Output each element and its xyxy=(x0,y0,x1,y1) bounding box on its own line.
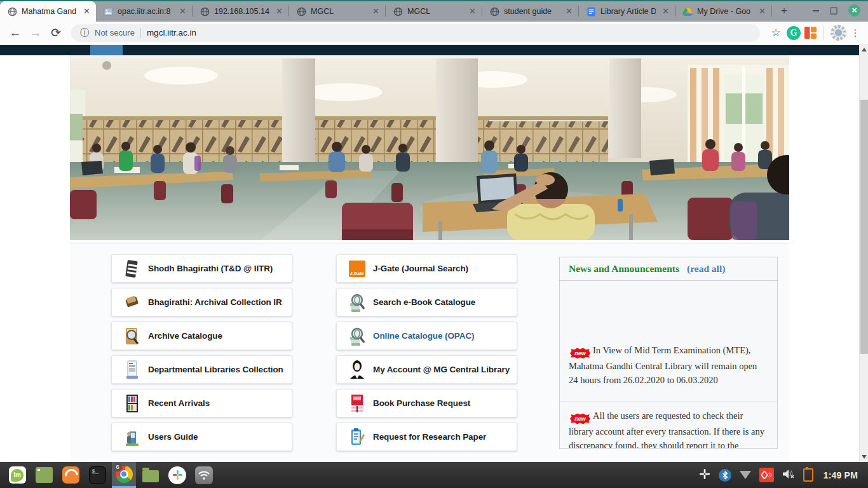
tab-close-icon[interactable]: ✕ xyxy=(467,6,478,17)
catalogue-search-icon xyxy=(123,326,140,346)
scrollbar-thumb[interactable] xyxy=(860,100,868,354)
tab-library-article[interactable]: Library Article D ✕ xyxy=(579,1,675,22)
globe-icon xyxy=(489,6,499,17)
grammarly-extension-icon[interactable]: G xyxy=(787,26,801,40)
tab-title: student guide xyxy=(504,7,559,16)
button-label: Bhagirathi: Archival Collection IR xyxy=(148,297,282,307)
button-jgate[interactable]: J-Gate J-Gate (Journal Search) xyxy=(336,254,517,283)
info-icon[interactable]: ⓘ xyxy=(80,27,89,39)
tab-close-icon[interactable]: ✕ xyxy=(81,6,92,17)
close-window-button[interactable]: ✕ xyxy=(848,4,860,17)
forward-button[interactable]: → xyxy=(27,24,44,42)
tab-close-icon[interactable]: ✕ xyxy=(660,6,671,17)
folder-icon xyxy=(142,470,159,482)
button-shodh-bhagirathi[interactable]: Shodh Bhagirathi (T&D @ IITR) xyxy=(111,254,292,283)
volume-muted-icon[interactable] xyxy=(782,469,795,482)
globe-icon xyxy=(296,6,306,17)
news-panel-header: News and Announcements (read all) xyxy=(560,257,777,281)
browser-tab-strip: Mahatma Gand ✕ opac.iitr.ac.in:8 ✕ 192.1… xyxy=(0,0,868,22)
button-label: My Account @ MG Central Library xyxy=(373,365,510,374)
network-settings-button[interactable] xyxy=(192,462,216,488)
tab-title: 192.168.105.14 xyxy=(214,7,269,16)
browser-menu-icon[interactable]: ⋮ xyxy=(849,31,862,35)
slack-tray-icon[interactable] xyxy=(699,468,710,482)
chrome-button-active[interactable]: 6 xyxy=(112,462,136,488)
anydesk-icon[interactable] xyxy=(759,468,774,482)
button-users-guide[interactable]: Users Guide xyxy=(111,423,292,451)
minimize-button[interactable] xyxy=(813,10,819,11)
tab-mgcl-2[interactable]: MGCL ✕ xyxy=(386,1,482,22)
restore-button[interactable] xyxy=(830,7,837,15)
tab-title: MGCL xyxy=(407,7,463,16)
tab-title: opac.iitr.ac.in:8 xyxy=(118,7,173,16)
news-text: All the users are requested to check the… xyxy=(569,410,764,448)
button-label: Departmental Libraries Collection xyxy=(148,365,283,374)
scroll-down-arrow[interactable] xyxy=(862,455,867,459)
firefox-button[interactable] xyxy=(58,462,83,488)
tab-opac[interactable]: opac.iitr.ac.in:8 ✕ xyxy=(96,1,192,22)
button-ebook-catalogue[interactable]: Search e-Book Catalogue xyxy=(336,288,517,316)
url-text: mgcl.iitr.ac.in xyxy=(147,28,196,37)
tab-mahatma-gandhi[interactable]: Mahatma Gand ✕ xyxy=(0,1,96,22)
window-icon xyxy=(36,467,53,483)
network-signal-icon[interactable] xyxy=(740,471,751,479)
url-separator xyxy=(140,28,141,38)
button-research-paper[interactable]: Request for Research Paper xyxy=(336,423,517,451)
news-text: In View of Mid Term Examination (MTE), M… xyxy=(569,345,757,385)
profile-avatar[interactable] xyxy=(831,25,846,41)
window-controls: ✕ xyxy=(813,4,868,22)
button-book-purchase[interactable]: Book Purchase Request xyxy=(336,389,517,417)
button-departmental-libraries[interactable]: Departmental Libraries Collection xyxy=(111,355,292,384)
image-placeholder-icon xyxy=(103,6,113,17)
guide-kiosk-icon xyxy=(123,427,140,447)
tab-title: MGCL xyxy=(311,7,366,16)
bookmark-star-icon[interactable]: ☆ xyxy=(768,26,784,39)
new-badge-icon: new xyxy=(570,414,590,424)
tab-ip-address[interactable]: 192.168.105.14 ✕ xyxy=(193,1,288,22)
button-my-account[interactable]: My Account @ MG Central Library xyxy=(336,355,517,384)
file-manager-button[interactable] xyxy=(32,462,56,488)
button-opac[interactable]: Online Catalogue (OPAC) xyxy=(336,322,517,350)
page-content-card: Shodh Bhagirathi (T&D @ IITR) Bhagirathi… xyxy=(70,243,789,462)
button-archive-catalogue[interactable]: Archive Catalogue xyxy=(111,322,292,350)
orange-extension-icon[interactable] xyxy=(803,26,817,40)
site-navigation-bar xyxy=(0,45,859,55)
button-recent-arrivals[interactable]: Recent Arrivals xyxy=(111,389,292,417)
button-bhagirathi-archival[interactable]: Bhagirathi: Archival Collection IR xyxy=(111,288,292,316)
book-search-icon xyxy=(348,292,365,313)
tab-close-icon[interactable]: ✕ xyxy=(274,6,285,17)
tab-close-icon[interactable]: ✕ xyxy=(177,6,188,17)
taskbar-clock[interactable]: 1:49 PM xyxy=(824,470,858,480)
mint-menu-button[interactable]: lm xyxy=(5,462,29,488)
bluetooth-icon[interactable] xyxy=(719,469,731,482)
files-folder-button[interactable] xyxy=(139,462,163,488)
reload-button[interactable]: ⟳ xyxy=(47,24,65,42)
terminal-button[interactable]: $_ xyxy=(85,462,109,488)
back-button[interactable]: ← xyxy=(6,24,24,42)
new-tab-button[interactable]: + xyxy=(776,3,792,19)
battery-icon[interactable] xyxy=(803,468,813,482)
tab-student-guide[interactable]: student guide ✕ xyxy=(482,1,578,22)
address-bar[interactable]: ⓘ Not secure mgcl.iitr.ac.in xyxy=(71,24,760,42)
books-stack-icon xyxy=(123,259,140,279)
tab-my-drive[interactable]: My Drive - Goo ✕ xyxy=(675,1,771,22)
news-title: News and Announcements xyxy=(569,263,679,274)
tab-close-icon[interactable]: ✕ xyxy=(370,6,381,17)
page-scrollbar[interactable] xyxy=(859,44,868,462)
active-nav-item[interactable] xyxy=(90,45,123,55)
chrome-window-count-badge: 6 xyxy=(113,463,122,471)
tab-close-icon[interactable]: ✕ xyxy=(564,6,574,17)
kiosk-icon xyxy=(123,360,140,380)
read-all-link[interactable]: (read all) xyxy=(687,263,725,274)
scroll-up-arrow[interactable] xyxy=(862,48,867,51)
user-silhouette-icon xyxy=(348,360,365,380)
tab-mgcl-1[interactable]: MGCL ✕ xyxy=(289,1,385,22)
link-buttons-column-2: J-Gate J-Gate (Journal Search) Search e-… xyxy=(336,254,517,456)
button-label: Recent Arrivals xyxy=(148,398,210,408)
toolbar-separator xyxy=(824,27,824,39)
tab-close-icon[interactable]: ✕ xyxy=(757,6,768,17)
library-hero-photo xyxy=(70,55,789,240)
bookshelf-icon xyxy=(123,393,140,414)
slack-button[interactable] xyxy=(165,462,189,488)
globe-icon xyxy=(7,6,17,17)
